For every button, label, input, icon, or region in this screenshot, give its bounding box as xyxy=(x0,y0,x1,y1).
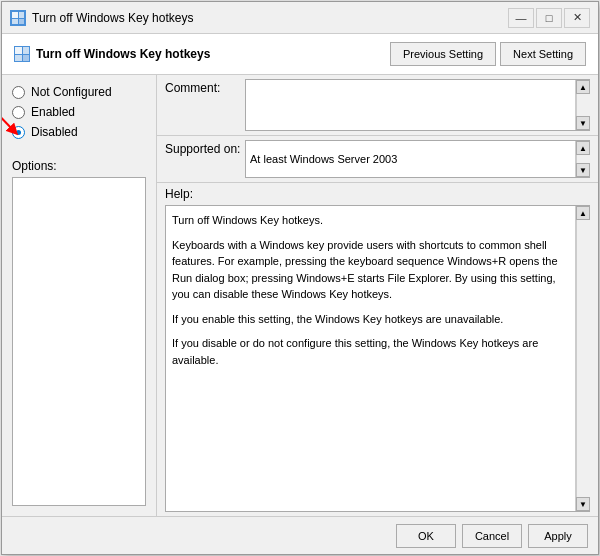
options-label: Options: xyxy=(12,159,146,173)
main-window: Turn off Windows Key hotkeys — □ ✕ Turn xyxy=(1,1,599,555)
radio-circle-not-configured xyxy=(12,86,25,99)
help-label: Help: xyxy=(165,187,590,201)
svg-rect-2 xyxy=(12,19,18,24)
radio-label-disabled: Disabled xyxy=(31,125,78,139)
comment-row: Comment: ▲ ▼ xyxy=(157,75,598,136)
radio-enabled[interactable]: Enabled xyxy=(12,105,146,119)
scroll-down-help[interactable]: ▼ xyxy=(576,497,590,511)
title-bar-left: Turn off Windows Key hotkeys xyxy=(10,10,193,26)
lower-right: Help: Turn off Windows Key hotkeys. Keyb… xyxy=(157,183,598,516)
radio-label-enabled: Enabled xyxy=(31,105,75,119)
options-section-left: Options: xyxy=(12,151,146,506)
supported-label: Supported on: xyxy=(165,140,245,178)
left-panel: Not Configured Enabled Disabled xyxy=(2,75,157,516)
header-buttons: Previous Setting Next Setting xyxy=(390,42,586,66)
scroll-track-supported xyxy=(576,155,590,163)
cancel-button[interactable]: Cancel xyxy=(462,524,522,548)
svg-rect-5 xyxy=(23,47,29,54)
title-controls: — □ ✕ xyxy=(508,8,590,28)
help-text-area: Turn off Windows Key hotkeys. Keyboards … xyxy=(166,206,575,511)
window-icon xyxy=(10,10,26,26)
right-panel: Comment: ▲ ▼ Supported on: At least xyxy=(157,75,598,516)
radio-dot-disabled xyxy=(16,130,21,135)
supported-area-wrapper: At least Windows Server 2003 ▲ ▼ xyxy=(245,140,590,178)
scroll-track-help xyxy=(576,220,590,497)
scroll-up-supported[interactable]: ▲ xyxy=(576,141,590,155)
scroll-track-comment xyxy=(576,94,590,116)
lower-section: Help: Turn off Windows Key hotkeys. Keyb… xyxy=(157,183,598,516)
policy-icon xyxy=(14,46,30,62)
header-section: Turn off Windows Key hotkeys Previous Se… xyxy=(2,34,598,75)
comment-area-wrapper: ▲ ▼ xyxy=(245,79,590,131)
window-content: Turn off Windows Key hotkeys Previous Se… xyxy=(2,34,598,554)
scroll-down-supported[interactable]: ▼ xyxy=(576,163,590,177)
header-title: Turn off Windows Key hotkeys xyxy=(14,46,210,62)
apply-button[interactable]: Apply xyxy=(528,524,588,548)
comment-scrollbar: ▲ ▼ xyxy=(575,80,589,130)
radio-label-not-configured: Not Configured xyxy=(31,85,112,99)
help-line1: Turn off Windows Key hotkeys. xyxy=(172,212,569,229)
svg-rect-1 xyxy=(19,12,24,18)
help-scrollbar: ▲ ▼ xyxy=(575,206,589,511)
window-title: Turn off Windows Key hotkeys xyxy=(32,11,193,25)
svg-rect-6 xyxy=(15,55,22,61)
comment-textarea[interactable] xyxy=(246,80,575,130)
ok-button[interactable]: OK xyxy=(396,524,456,548)
supported-value: At least Windows Server 2003 xyxy=(246,141,575,177)
supported-row: Supported on: At least Windows Server 20… xyxy=(157,136,598,183)
svg-rect-0 xyxy=(12,12,18,18)
radio-circle-disabled xyxy=(12,126,25,139)
help-area-wrapper: Turn off Windows Key hotkeys. Keyboards … xyxy=(165,205,590,512)
maximize-button[interactable]: □ xyxy=(536,8,562,28)
svg-rect-7 xyxy=(23,55,29,61)
close-button[interactable]: ✕ xyxy=(564,8,590,28)
next-setting-button[interactable]: Next Setting xyxy=(500,42,586,66)
svg-rect-4 xyxy=(15,47,22,54)
minimize-button[interactable]: — xyxy=(508,8,534,28)
bottom-bar: OK Cancel Apply xyxy=(2,516,598,554)
help-line4: If you disable or do not configure this … xyxy=(172,335,569,368)
help-line2: Keyboards with a Windows key provide use… xyxy=(172,237,569,303)
help-line3: If you enable this setting, the Windows … xyxy=(172,311,569,328)
scroll-up-comment[interactable]: ▲ xyxy=(576,80,590,94)
main-area: Not Configured Enabled Disabled xyxy=(2,75,598,516)
scroll-down-comment[interactable]: ▼ xyxy=(576,116,590,130)
svg-rect-3 xyxy=(19,19,24,24)
previous-setting-button[interactable]: Previous Setting xyxy=(390,42,496,66)
comment-label: Comment: xyxy=(165,79,245,131)
radio-disabled[interactable]: Disabled xyxy=(12,125,146,139)
radio-not-configured[interactable]: Not Configured xyxy=(12,85,146,99)
radio-circle-enabled xyxy=(12,106,25,119)
options-box xyxy=(12,177,146,506)
supported-scrollbar: ▲ ▼ xyxy=(575,141,589,177)
title-bar: Turn off Windows Key hotkeys — □ ✕ xyxy=(2,2,598,34)
radio-group: Not Configured Enabled Disabled xyxy=(12,85,146,139)
header-title-text: Turn off Windows Key hotkeys xyxy=(36,47,210,61)
scroll-up-help[interactable]: ▲ xyxy=(576,206,590,220)
